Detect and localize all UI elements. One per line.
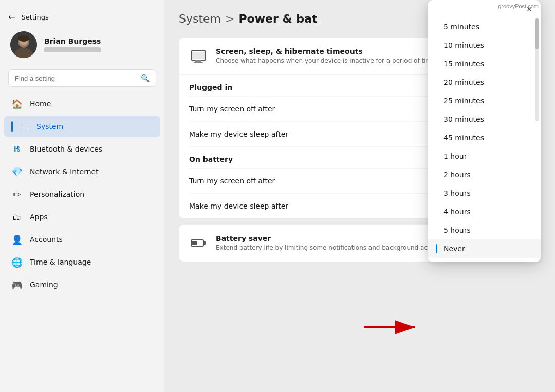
dropdown-item-never[interactable]: Never — [428, 239, 541, 258]
dropdown-item-label: 30 minutes — [443, 115, 484, 123]
system-icon: 🖥 — [18, 121, 29, 132]
dropdown-item-3hr[interactable]: 3 hours — [428, 184, 541, 202]
dropdown-item-5min[interactable]: 5 minutes — [428, 17, 541, 36]
breadcrumb-sep: > — [225, 12, 234, 25]
sidebar-item-home[interactable]: 🏠 Home — [4, 93, 160, 115]
search-input[interactable] — [15, 74, 137, 82]
svg-rect-9 — [194, 62, 203, 63]
search-icon: 🔍 — [141, 74, 150, 82]
sidebar-item-apps[interactable]: 🗂 Apps — [4, 206, 160, 228]
scrollbar-thumb[interactable] — [535, 18, 539, 49]
sidebar-item-network[interactable]: 💎 Network & internet — [4, 161, 160, 182]
dropdown-item-25min[interactable]: 25 minutes — [428, 91, 541, 110]
screen-off-plugged-label: Turn my screen off after — [189, 105, 275, 113]
red-arrow-indicator — [364, 319, 425, 335]
screen-off-battery-label: Turn my screen off after — [189, 177, 275, 185]
sidebar-item-time[interactable]: 🌐 Time & language — [4, 251, 160, 273]
dropdown-item-label: 1 hour — [443, 152, 467, 160]
sidebar-item-bluetooth[interactable]: 𝔹 Bluetooth & devices — [4, 138, 160, 160]
svg-rect-12 — [203, 241, 206, 245]
user-name: Brian Burgess — [44, 37, 101, 45]
svg-rect-8 — [195, 60, 201, 62]
dropdown-item-label: 5 hours — [443, 226, 471, 234]
battery-saver-text: Battery saver Extend battery life by lim… — [216, 234, 452, 252]
sidebar-item-label: Gaming — [30, 281, 58, 289]
dropdown-item-5hr[interactable]: 5 hours — [428, 221, 541, 239]
settings-label: Settings — [21, 13, 48, 21]
dropdown-item-label: 2 hours — [443, 171, 471, 179]
nav-items: 🏠 Home 🖥 System 𝔹 Bluetooth & devices 💎 … — [0, 93, 164, 295]
dropdown-item-label: 10 minutes — [443, 41, 484, 49]
sidebar-item-label: Network & internet — [30, 167, 99, 176]
user-info: Brian Burgess — [44, 37, 101, 52]
on-battery-label: On battery — [189, 155, 233, 163]
personalization-icon: ✏️ — [11, 189, 23, 200]
svg-rect-11 — [192, 241, 197, 245]
dropdown-item-2hr[interactable]: 2 hours — [428, 165, 541, 184]
sidebar-item-label: Accounts — [30, 235, 63, 244]
sidebar-item-label: Apps — [30, 213, 48, 221]
sleep-battery-label: Make my device sleep after — [189, 202, 288, 210]
scrollbar-track[interactable] — [535, 18, 539, 121]
main-content: System > Power & bat Screen, sleep, & hi… — [164, 0, 555, 392]
dropdown-list: 5 minutes 10 minutes 15 minutes 20 minut… — [428, 15, 541, 262]
sidebar-item-label: System — [36, 122, 63, 130]
sidebar-item-system[interactable]: 🖥 System — [4, 116, 160, 137]
sidebar-item-label: Bluetooth & devices — [30, 145, 102, 153]
sidebar: ← Settings Brian Burgess 🔍 🏠 Home — [0, 0, 164, 392]
dropdown-item-label: 25 minutes — [443, 97, 484, 105]
plugged-in-label: Plugged in — [189, 83, 232, 91]
dropdown-item-label: 20 minutes — [443, 78, 484, 86]
breadcrumb-title: Power & bat — [238, 12, 317, 25]
dropdown-header: ✕ — [428, 0, 541, 15]
sleep-icon — [189, 47, 208, 65]
sidebar-item-gaming[interactable]: 🎮 Gaming — [4, 274, 160, 295]
battery-icon — [189, 234, 208, 252]
dropdown-item-label: 3 hours — [443, 189, 471, 197]
dropdown-menu: ✕ 5 minutes 10 minutes 15 minutes 20 mi — [428, 0, 541, 262]
dropdown-item-label: 4 hours — [443, 208, 471, 216]
breadcrumb-prefix: System — [179, 12, 221, 25]
sidebar-item-label: Time & language — [30, 258, 91, 266]
network-icon: 💎 — [11, 166, 23, 177]
dropdown-item-30min[interactable]: 30 minutes — [428, 110, 541, 128]
gaming-icon: 🎮 — [11, 279, 23, 290]
back-arrow-icon: ← — [8, 12, 15, 22]
dropdown-item-label: 5 minutes — [443, 23, 479, 31]
dropdown-item-label: Never — [443, 245, 465, 253]
battery-saver-title: Battery saver — [216, 234, 452, 242]
active-indicator — [11, 121, 13, 132]
dropdown-item-45min[interactable]: 45 minutes — [428, 128, 541, 147]
dropdown-item-label: 15 minutes — [443, 60, 484, 68]
svg-point-5 — [18, 35, 29, 42]
dropdown-item-4hr[interactable]: 4 hours — [428, 202, 541, 221]
avatar — [10, 31, 37, 58]
time-icon: 🌐 — [11, 256, 23, 268]
dropdown-item-1hr[interactable]: 1 hour — [428, 147, 541, 165]
user-section: Brian Burgess — [0, 26, 164, 63]
user-email-bar — [44, 47, 101, 52]
dropdown-item-label: 45 minutes — [443, 134, 484, 142]
apps-icon: 🗂 — [11, 211, 23, 222]
accounts-icon: 👤 — [11, 234, 23, 245]
sidebar-item-accounts[interactable]: 👤 Accounts — [4, 229, 160, 250]
sidebar-item-label: Home — [30, 100, 51, 108]
dropdown-item-10min[interactable]: 10 minutes — [428, 36, 541, 54]
bluetooth-icon: 𝔹 — [11, 143, 23, 155]
home-icon: 🏠 — [11, 98, 23, 109]
back-button[interactable]: ← Settings — [0, 8, 164, 26]
battery-saver-subtitle: Extend battery life by limiting some not… — [216, 244, 452, 252]
dropdown-item-20min[interactable]: 20 minutes — [428, 73, 541, 91]
search-box[interactable]: 🔍 — [8, 69, 156, 87]
dropdown-close-button[interactable]: ✕ — [523, 3, 535, 15]
svg-rect-7 — [192, 52, 205, 59]
sidebar-item-personalization[interactable]: ✏️ Personalization — [4, 183, 160, 205]
dropdown-item-15min[interactable]: 15 minutes — [428, 54, 541, 73]
sidebar-item-label: Personalization — [30, 190, 84, 198]
sleep-plugged-label: Make my device sleep after — [189, 130, 288, 138]
